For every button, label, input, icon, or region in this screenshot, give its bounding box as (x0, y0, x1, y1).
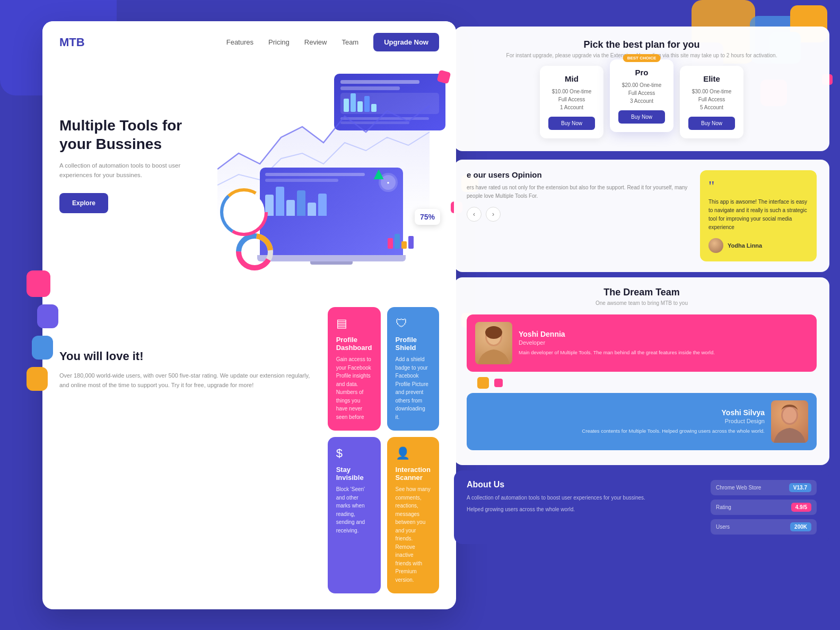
svg-point-7 (224, 192, 264, 232)
nav-features[interactable]: Features (226, 38, 253, 46)
plan-mid-btn[interactable]: Buy Now (548, 117, 595, 130)
hero-section: Multiple Tools for your Bussines A colle… (42, 63, 456, 291)
testimonial-section-desc: ers have rated us not only for the exten… (467, 183, 692, 200)
features-title: You will love it! (59, 349, 317, 363)
deco-pink-sm (494, 379, 503, 387)
feature-card-scanner: 👤 Interaction Scanner See how many comme… (387, 437, 439, 593)
about-stats: Chrome Web Store V13.7 Rating 4.9/5 User… (711, 480, 817, 535)
stat-rating-value: 4.9/5 (791, 503, 811, 512)
svg-point-12 (485, 326, 502, 339)
team-title: The Dream Team (467, 287, 817, 298)
deco-blue-block (32, 336, 53, 360)
testimonial-section: e our users Opinion ers have rated us no… (454, 160, 829, 272)
brand-logo: MTB (59, 36, 85, 49)
testimonial-author: Yodha Linna (708, 238, 808, 253)
features-left: You will love it! Over 180,000 world-wid… (59, 307, 317, 390)
left-deco-wrap (27, 270, 58, 391)
about-title: About Us (467, 480, 700, 489)
plan-elite-access: Full Access (688, 97, 735, 102)
chart-svg (217, 63, 440, 222)
percent-value: 75% (420, 213, 435, 221)
dashboard-title: Profile Dashboard (336, 336, 372, 352)
member2-desc: Creates contents for Multiple Tools. Hel… (475, 427, 765, 435)
stat-chrome-value: V13.7 (789, 483, 811, 492)
plan-elite-accounts: 5 Account (688, 104, 735, 110)
plan-mid-access: Full Access (548, 97, 595, 102)
about-desc: A collection of automation tools to boos… (467, 494, 700, 502)
stat-users-label: Users (716, 524, 785, 530)
deco-yellow-sm (477, 377, 489, 389)
stat-chrome-label: Chrome Web Store (716, 485, 784, 491)
hero-illustration: ● 75% (217, 63, 456, 275)
stat-rating-label: Rating (716, 504, 786, 510)
upgrade-now-button[interactable]: Upgrade Now (373, 33, 439, 51)
member2-info: Yoshi Silvya Product Design Creates cont… (475, 408, 765, 435)
nav-team[interactable]: Team (342, 38, 358, 46)
testimonial-left: e our users Opinion ers have rated us no… (467, 170, 692, 261)
member2-avatar (771, 400, 808, 443)
svg-marker-0 (217, 106, 430, 222)
testimonial-quote: This app is awsome! The interface is eas… (708, 198, 808, 232)
green-arrow: ▲ (370, 164, 387, 183)
deco-pink-block (27, 270, 50, 297)
author-avatar (708, 238, 723, 253)
scanner-title: Interaction Scanner (396, 466, 431, 482)
quote-icon: " (708, 179, 808, 194)
scanner-desc: See how many comments, reactions, messag… (396, 485, 431, 584)
about-left: About Us A collection of automation tool… (467, 480, 700, 535)
pricing-cards: Mid $10.00 One-time Full Access 1 Accoun… (467, 66, 817, 138)
percent-card: 75% (415, 209, 440, 225)
svg-point-3 (239, 236, 270, 268)
svg-point-9 (229, 197, 259, 227)
stat-row-chrome: Chrome Web Store V13.7 (711, 480, 817, 495)
testimonial-next-btn[interactable]: › (486, 207, 501, 222)
pricing-card-pro: BEST CHOICE Pro $20.00 One-time Full Acc… (610, 59, 673, 132)
explore-button[interactable]: Explore (59, 193, 108, 213)
plan-elite-btn[interactable]: Buy Now (688, 117, 735, 130)
pricing-title: Pick the best plan for you (467, 39, 817, 50)
features-cards: ▤ Profile Dashboard Gain access to your … (328, 307, 439, 593)
hero-desc: A collection of automation tools to boos… (59, 161, 208, 180)
stat-row-users: Users 200K (711, 519, 817, 535)
testimonial-card: " This app is awsome! The interface is e… (700, 170, 817, 261)
circle-icon: ● (387, 180, 390, 185)
member1-name: Yoshi Dennia (519, 330, 808, 338)
team-subtitle: One awsome team to bring MTB to you (467, 300, 817, 306)
invisible-desc: Block 'Seen' and other marks when readin… (336, 485, 372, 535)
right-panel: Pick the best plan for you For instant u… (445, 0, 838, 630)
scanner-icon: 👤 (396, 447, 431, 460)
team-section: The Dream Team One awsome team to bring … (454, 277, 829, 465)
mini-bar-chart (388, 233, 414, 249)
best-choice-badge: BEST CHOICE (623, 54, 661, 62)
testimonial-section-title: e our users Opinion (467, 170, 692, 179)
team-card-1: Yoshi Dennia Developer Main developer of… (467, 314, 817, 372)
shield-title: Profile Shield (396, 336, 431, 352)
dashboard-icon: ▤ (336, 317, 372, 330)
team-card-2: Yoshi Silvya Product Design Creates cont… (467, 393, 817, 450)
hero-title: Multiple Tools for your Bussines (59, 116, 208, 153)
laptop-illustration: ● (260, 168, 403, 265)
deco-purple-block (37, 304, 58, 328)
plan-pro-btn[interactable]: Buy Now (618, 110, 665, 124)
hero-text: Multiple Tools for your Bussines A colle… (59, 79, 208, 213)
stat-users-value: 200K (790, 522, 811, 531)
member2-name: Yoshi Silvya (475, 408, 765, 417)
main-page: MTB Features Pricing Review Team Upgrade… (42, 21, 456, 609)
member1-avatar (475, 322, 512, 364)
member1-info: Yoshi Dennia Developer Main developer of… (519, 330, 808, 356)
nav-review[interactable]: Review (304, 38, 327, 46)
testimonial-prev-btn[interactable]: ‹ (467, 207, 482, 222)
team-deco-row (467, 377, 817, 389)
features-section: You will love it! Over 180,000 world-wid… (42, 291, 456, 609)
plan-pro-accounts: 3 Account (618, 98, 665, 104)
plan-mid-accounts: 1 Account (548, 104, 595, 110)
member2-role: Product Design (475, 418, 765, 424)
svg-point-8 (224, 192, 264, 232)
feature-card-dashboard: ▤ Profile Dashboard Gain access to your … (328, 307, 381, 431)
shield-desc: Add a shield badge to your Facebook Prof… (396, 355, 431, 421)
nav-pricing[interactable]: Pricing (268, 38, 290, 46)
testimonial-nav: ‹ › (467, 207, 692, 222)
pie-chart (220, 188, 268, 238)
svg-point-5 (224, 192, 264, 232)
svg-point-4 (239, 236, 270, 268)
